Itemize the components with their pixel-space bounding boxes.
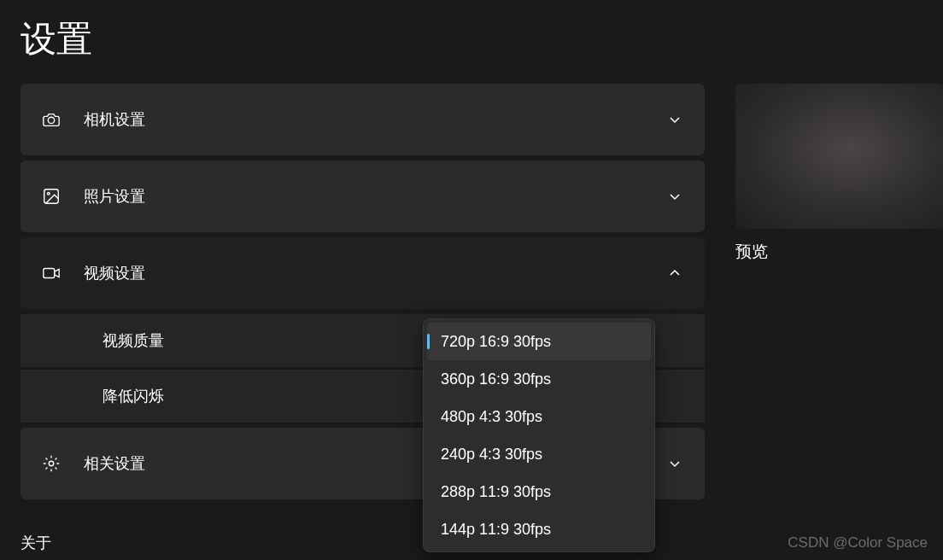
- preview-label: 预览: [735, 241, 943, 263]
- accordion-video-settings[interactable]: 视频设置: [20, 237, 705, 309]
- about-link[interactable]: 关于: [20, 533, 51, 553]
- watermark: CSDN @Color Space: [788, 534, 928, 551]
- chevron-down-icon: [669, 458, 681, 470]
- accordion-label: 相机设置: [84, 109, 669, 130]
- preview-column: 预览: [735, 84, 943, 499]
- svg-point-0: [48, 117, 54, 123]
- accordion-label: 照片设置: [84, 186, 669, 207]
- accordion-label: 视频设置: [84, 263, 669, 283]
- chevron-down-icon: [669, 114, 681, 125]
- dropdown-option-288p[interactable]: 288p 11:9 30fps: [427, 473, 651, 510]
- dropdown-option-360p[interactable]: 360p 16:9 30fps: [427, 360, 651, 398]
- accordion-photo-settings[interactable]: 照片设置: [20, 160, 705, 232]
- chevron-down-icon: [669, 190, 681, 202]
- video-icon: [41, 263, 62, 283]
- chevron-up-icon: [669, 267, 681, 279]
- page-title: 设置: [0, 0, 943, 84]
- dropdown-option-144p[interactable]: 144p 11:9 30fps: [427, 510, 651, 548]
- video-quality-dropdown: 720p 16:9 30fps 360p 16:9 30fps 480p 4:3…: [423, 318, 655, 552]
- photo-icon: [41, 186, 62, 207]
- svg-rect-3: [44, 269, 55, 278]
- camera-icon: [41, 109, 62, 130]
- dropdown-option-480p[interactable]: 480p 4:3 30fps: [427, 398, 651, 435]
- reduce-flicker-label: 降低闪烁: [102, 386, 164, 406]
- preview-image: [735, 84, 943, 229]
- accordion-camera-settings[interactable]: 相机设置: [20, 84, 705, 155]
- svg-point-4: [49, 461, 54, 466]
- video-quality-label: 视频质量: [102, 330, 164, 351]
- gear-icon: [41, 453, 62, 474]
- dropdown-option-240p[interactable]: 240p 4:3 30fps: [427, 435, 651, 473]
- dropdown-option-720p[interactable]: 720p 16:9 30fps: [427, 323, 651, 360]
- svg-point-2: [47, 192, 50, 195]
